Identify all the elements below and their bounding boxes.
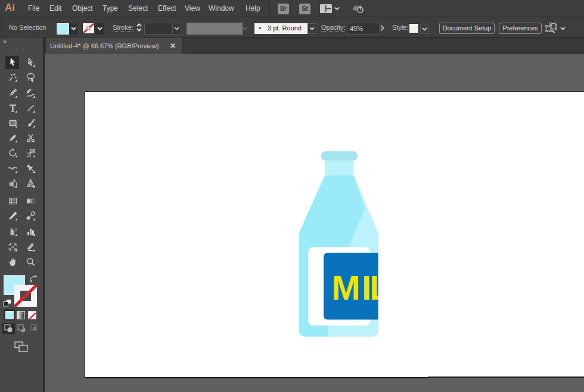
- svg-text:MILK: MILK: [332, 268, 417, 307]
